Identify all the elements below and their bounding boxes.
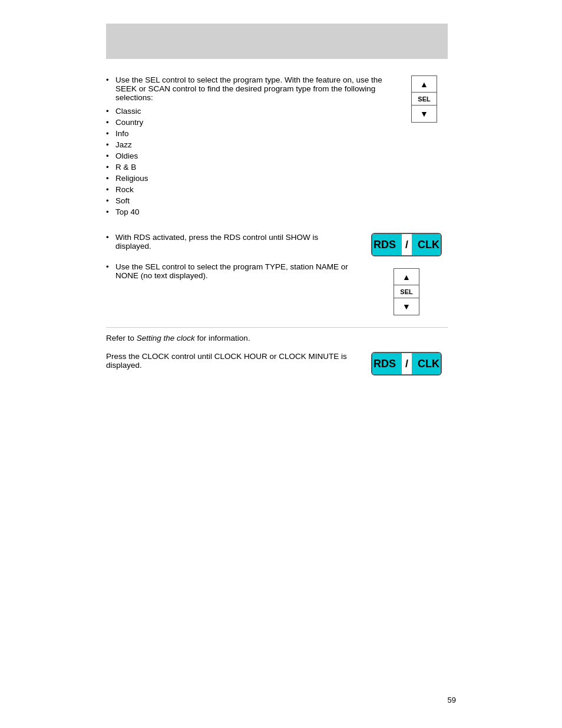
- header-bar: [106, 24, 448, 59]
- down-arrow-icon-2: ▼: [402, 302, 411, 311]
- list-item: Soft: [106, 196, 389, 205]
- section2-control: RDS / CLK ▲ SEL ▼: [365, 233, 448, 315]
- sel-control-1[interactable]: ▲ SEL ▼: [411, 75, 437, 123]
- list-item: Info: [106, 129, 389, 138]
- up-arrow-icon-2: ▲: [402, 272, 411, 282]
- sel-control-2[interactable]: ▲ SEL ▼: [394, 268, 419, 315]
- refer-italic: Setting the clock: [137, 334, 195, 342]
- sel-label-2: SEL: [394, 285, 419, 298]
- sel-arrow-down-2[interactable]: ▼: [394, 298, 419, 315]
- rds-bullet2-text: Use the SEL control to select the progra…: [115, 262, 348, 280]
- slash-label-2: /: [402, 353, 412, 374]
- press-paragraph: Press the CLOCK control until CLOCK HOUR…: [106, 352, 353, 370]
- rds-bullet2: Use the SEL control to select the progra…: [106, 262, 353, 280]
- refer-text: Refer to Setting the clock for informati…: [106, 334, 448, 342]
- list-item: Country: [106, 118, 389, 127]
- press-text: Press the CLOCK control until CLOCK HOUR…: [106, 352, 365, 375]
- rds-bullet1: With RDS activated, press the RDS contro…: [106, 233, 353, 251]
- sel-arrow-up-1[interactable]: ▲: [411, 76, 437, 93]
- clk-label-1: CLK: [412, 234, 442, 255]
- sel-label-1: SEL: [411, 93, 437, 106]
- rds-bullet1-text: With RDS activated, press the RDS contro…: [115, 233, 318, 251]
- rds-label-1: RDS: [371, 234, 402, 255]
- press-control: RDS / CLK: [365, 352, 448, 375]
- clk-label-2: CLK: [412, 353, 442, 374]
- section1-text: Use the SEL control to select the progra…: [106, 75, 401, 219]
- rds-label-2: RDS: [371, 353, 402, 374]
- section1-row: Use the SEL control to select the progra…: [106, 75, 448, 219]
- section2-text: With RDS activated, press the RDS contro…: [106, 233, 365, 315]
- list-item: Jazz: [106, 140, 389, 149]
- down-arrow-icon: ▼: [420, 109, 428, 118]
- section-divider: [106, 327, 448, 328]
- slash-label-1: /: [402, 234, 412, 255]
- content-area: Use the SEL control to select the progra…: [106, 75, 448, 375]
- section1-control: ▲ SEL ▼: [401, 75, 448, 219]
- first-bullet-text: Use the SEL control to select the progra…: [115, 75, 382, 102]
- list-item: Religious: [106, 174, 389, 183]
- page-number: 59: [448, 696, 456, 704]
- page-container: Use the SEL control to select the progra…: [0, 0, 562, 728]
- list-item: Rock: [106, 185, 389, 194]
- rds-clk-button-1[interactable]: RDS / CLK: [371, 233, 442, 256]
- refer-text-after: for information.: [195, 334, 250, 342]
- sel-arrow-down-1[interactable]: ▼: [411, 106, 437, 122]
- up-arrow-icon: ▲: [420, 80, 428, 89]
- rds-clk-button-2[interactable]: RDS / CLK: [371, 352, 442, 375]
- press-section: Press the CLOCK control until CLOCK HOUR…: [106, 352, 448, 375]
- sel-arrow-up-2[interactable]: ▲: [394, 269, 419, 285]
- list-item: R & B: [106, 163, 389, 172]
- refer-text-before: Refer to: [106, 334, 137, 342]
- program-type-list: Classic Country Info Jazz Oldies R & B R…: [106, 107, 389, 216]
- list-item: Classic: [106, 107, 389, 116]
- list-item: Oldies: [106, 151, 389, 160]
- list-item: Top 40: [106, 207, 389, 216]
- first-bullet-item: Use the SEL control to select the progra…: [106, 75, 389, 102]
- section2-row: With RDS activated, press the RDS contro…: [106, 233, 448, 315]
